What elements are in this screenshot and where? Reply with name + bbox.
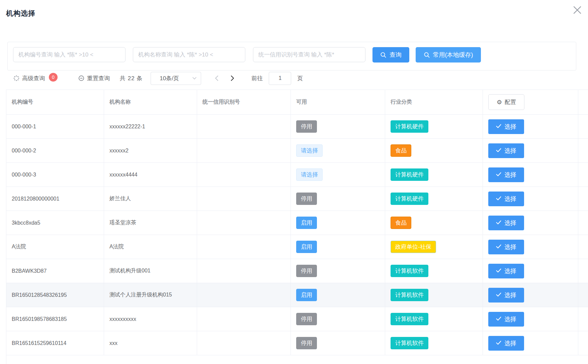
cell-credit-code (197, 115, 291, 139)
chevron-down-icon (192, 77, 197, 80)
goto-page-input[interactable] (269, 72, 291, 85)
cell-org-code: 000-000-3 (6, 163, 104, 187)
org-name-input[interactable] (133, 47, 245, 62)
select-button-label: 选择 (504, 195, 516, 203)
select-button[interactable]: 选择 (488, 312, 524, 327)
cell-gutter (578, 115, 588, 139)
config-button-label: 配置 (505, 98, 516, 106)
cell-credit-code (197, 211, 291, 235)
close-icon[interactable] (571, 3, 584, 17)
cell-gutter (578, 187, 588, 211)
cell-availability: 停用 (291, 187, 385, 211)
cell-org-name: xxxxxx4444 (104, 163, 197, 187)
industry-badge: 计算机软件 (391, 289, 428, 301)
credit-code-input[interactable] (253, 47, 365, 62)
select-button-label: 选择 (504, 315, 516, 323)
cell-industry: 计算机软件 (385, 307, 483, 331)
header-industry: 行业分类 (385, 90, 483, 115)
cell-availability: 启用 (291, 283, 385, 307)
industry-badge: 计算机硬件 (391, 168, 428, 181)
table-row: 000-000-3xxxxxx4444请选择计算机硬件选择 (6, 163, 588, 187)
cell-availability: 停用 (291, 331, 385, 355)
select-button-label: 选择 (504, 147, 516, 155)
cell-org-code: 000-000-1 (6, 115, 104, 139)
minus-circle-icon (78, 75, 84, 81)
cell-availability: 停用 (291, 115, 385, 139)
check-icon (496, 267, 501, 274)
select-button[interactable]: 选择 (488, 264, 524, 278)
cell-action: 选择 (483, 115, 578, 139)
cell-credit-code (197, 163, 291, 187)
industry-badge: 计算机硬件 (391, 193, 428, 205)
goto-suffix: 页 (297, 75, 303, 82)
select-button[interactable]: 选择 (488, 167, 524, 182)
industry-badge: 计算机软件 (391, 265, 428, 277)
cell-gutter (578, 331, 588, 355)
next-page-button[interactable] (230, 75, 235, 81)
cell-gutter (578, 163, 588, 187)
select-button[interactable]: 选择 (488, 119, 524, 134)
check-icon (496, 340, 501, 347)
select-button-label: 选择 (504, 243, 516, 251)
select-button-label: 选择 (504, 171, 516, 179)
cell-org-name: 瑶圣堂凉茶 (104, 211, 197, 235)
gear-icon: ⚙ (497, 99, 502, 106)
cell-credit-code (197, 259, 291, 283)
org-code-input[interactable] (13, 47, 125, 62)
industry-badge: 计算机软件 (391, 313, 428, 325)
advanced-query-label: 高级查询 (22, 75, 45, 82)
cell-org-code: 3kbcc8xda5 (6, 211, 104, 235)
filter-panel: 查询 常用(本地缓存) (7, 42, 576, 71)
select-button[interactable]: 选择 (488, 336, 524, 351)
availability-badge: 启用 (296, 217, 317, 229)
availability-badge: 启用 (296, 241, 317, 253)
reset-query-label: 重置查询 (87, 75, 110, 82)
advanced-query-button[interactable]: 高级查询 0 (13, 74, 58, 83)
cell-action: 选择 (483, 259, 578, 283)
cell-action: 选择 (483, 163, 578, 187)
availability-badge[interactable]: 请选择 (296, 144, 323, 157)
cell-industry: 计算机硬件 (385, 187, 483, 211)
cell-org-code: BR1650128548326195 (6, 283, 104, 307)
prev-page-button[interactable] (215, 75, 219, 81)
config-button[interactable]: ⚙ 配置 (488, 94, 524, 110)
header-gutter (578, 90, 588, 115)
favorites-button-label: 常用(本地缓存) (433, 51, 473, 59)
check-icon (496, 123, 501, 130)
search-button[interactable]: 查询 (372, 47, 409, 63)
cell-availability: 启用 (291, 235, 385, 259)
cell-industry: 政府单位-社保 (385, 235, 483, 259)
cell-industry: 计算机软件 (385, 283, 483, 307)
select-button[interactable]: 选择 (488, 216, 524, 230)
goto-page-group: 前往 页 (251, 72, 303, 85)
cell-org-code: 000-000-2 (6, 139, 104, 163)
cell-org-code: A法院 (6, 235, 104, 259)
page-size-select[interactable]: 10条/页 (151, 72, 201, 85)
org-select-modal: 机构选择 查询 常用(本地缓存) 高级查询 0 (0, 0, 588, 364)
header-availability: 可用 (291, 90, 385, 115)
select-button[interactable]: 选择 (488, 192, 524, 206)
select-button[interactable]: 选择 (488, 240, 524, 254)
header-org-name: 机构名称 (104, 90, 197, 115)
reset-query-button[interactable]: 重置查询 (78, 75, 110, 82)
cell-credit-code (197, 235, 291, 259)
select-button[interactable]: 选择 (488, 288, 524, 302)
check-icon (496, 195, 501, 202)
select-button[interactable]: 选择 (488, 143, 524, 158)
cell-action: 选择 (483, 211, 578, 235)
check-icon (496, 219, 501, 226)
select-button-label: 选择 (504, 123, 516, 131)
cell-org-code: BR1651615259610114 (6, 331, 104, 355)
availability-badge[interactable]: 请选择 (296, 168, 323, 181)
advanced-query-count-badge: 0 (49, 73, 58, 82)
availability-badge: 停用 (296, 313, 317, 325)
table-row: B2BAWK3D87测试机构升级001停用计算机软件选择 (6, 259, 588, 283)
table-body: 000-000-1xxxxxx22222-1停用计算机硬件选择000-000-2… (6, 115, 588, 355)
page-title: 机构选择 (6, 9, 35, 18)
industry-badge: 计算机软件 (391, 337, 428, 349)
industry-badge: 食品 (391, 144, 411, 157)
cell-org-code: B2BAWK3D87 (6, 259, 104, 283)
favorites-button[interactable]: 常用(本地缓存) (416, 47, 481, 63)
goto-label: 前往 (251, 75, 263, 82)
check-icon (496, 316, 501, 323)
